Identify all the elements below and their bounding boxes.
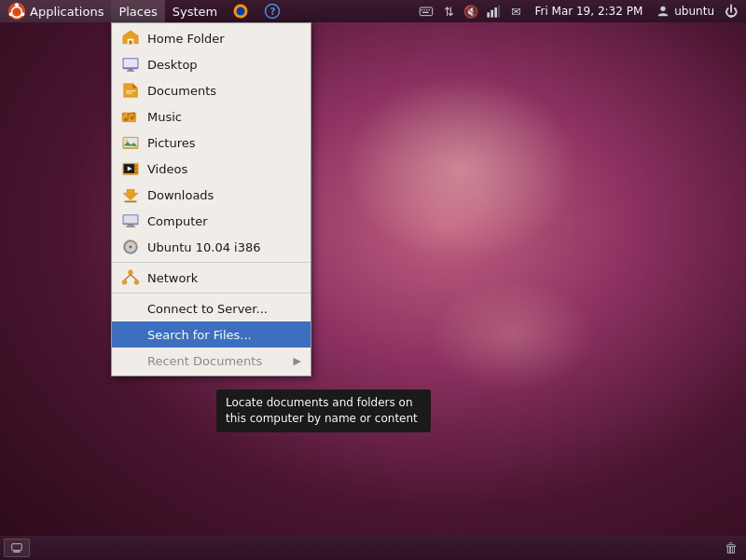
places-dropdown-menu: Home Folder Desktop Documents	[111, 22, 311, 376]
home-folder-label: Home Folder	[147, 32, 225, 46]
connect-server-label: Connect to Server...	[147, 302, 268, 316]
svg-point-28	[124, 117, 128, 121]
search-files-icon	[121, 325, 140, 344]
power-button[interactable]: ⏻	[722, 2, 740, 20]
svg-rect-23	[127, 71, 134, 72]
documents-label: Documents	[147, 84, 216, 98]
downloads-label: Downloads	[147, 188, 214, 202]
home-folder-icon	[121, 29, 140, 48]
svg-line-55	[131, 275, 137, 280]
network-panel-icon	[484, 2, 503, 20]
svg-rect-26	[126, 92, 132, 93]
svg-text:?: ?	[270, 6, 276, 17]
svg-point-29	[131, 116, 134, 120]
menu-item-downloads[interactable]: Downloads	[112, 182, 311, 208]
svg-rect-9	[421, 9, 422, 10]
ubuntu-disc-label: Ubuntu 10.04 i386	[147, 240, 261, 254]
menu-item-videos[interactable]: Videos	[112, 156, 311, 182]
documents-icon	[121, 81, 140, 100]
menu-item-computer[interactable]: Computer	[112, 208, 311, 234]
svg-point-52	[122, 280, 127, 284]
panel-right: ⇅ 🔇 ✉ Fri Mar 19, 2:32 PM ubuntu ⏻	[411, 0, 746, 22]
menu-item-network[interactable]: Network	[112, 265, 311, 291]
videos-label: Videos	[147, 162, 187, 176]
svg-point-1	[15, 3, 19, 7]
svg-rect-17	[499, 5, 500, 17]
places-menu-button[interactable]: Places	[111, 0, 164, 22]
top-panel: Applications Places System ?	[0, 0, 746, 22]
trash-icon[interactable]: 🗑	[720, 537, 742, 559]
bottom-panel: 🗑	[0, 536, 746, 560]
svg-rect-20	[129, 40, 131, 44]
svg-rect-13	[422, 12, 429, 13]
disc-icon	[121, 238, 140, 256]
svg-rect-10	[424, 9, 425, 10]
network-menu-icon	[121, 268, 140, 287]
username-label: ubuntu	[674, 5, 714, 18]
recent-docs-label: Recent Documents	[147, 354, 262, 368]
downloads-icon	[121, 185, 140, 204]
help-button[interactable]: ?	[256, 0, 288, 22]
svg-rect-46	[126, 226, 135, 227]
recent-docs-icon	[121, 351, 140, 370]
system-label: System	[173, 5, 217, 19]
show-desktop-icon	[10, 541, 23, 554]
applications-label: Applications	[30, 5, 104, 19]
svg-rect-45	[128, 225, 134, 226]
bottom-right-panel: 🗑	[720, 537, 742, 559]
network-label: Network	[147, 271, 198, 285]
svg-rect-12	[429, 9, 430, 10]
menu-item-home-folder[interactable]: Home Folder	[112, 25, 311, 51]
music-label: Music	[147, 110, 182, 124]
firefox-button[interactable]	[225, 0, 256, 22]
mail-icon[interactable]: ✉	[506, 2, 525, 20]
svg-point-18	[661, 7, 666, 11]
computer-icon	[121, 212, 140, 230]
svg-rect-8	[421, 7, 433, 16]
menu-item-music[interactable]: Music	[112, 103, 311, 130]
svg-rect-39	[134, 165, 137, 167]
search-files-label: Search for Files...	[147, 328, 252, 342]
svg-line-54	[124, 275, 131, 280]
panel-left: Applications Places System ?	[0, 0, 288, 22]
menu-item-search-files[interactable]: Search for Files...	[112, 321, 311, 348]
svg-rect-57	[14, 552, 21, 553]
svg-rect-11	[426, 9, 427, 10]
show-desktop-button[interactable]	[4, 539, 30, 557]
svg-rect-40	[134, 168, 137, 170]
network-bars-icon	[486, 4, 501, 19]
keyboard-layout-icon	[419, 4, 434, 19]
menu-item-pictures[interactable]: Pictures	[112, 130, 311, 156]
sound-icon[interactable]: 🔇	[462, 2, 480, 20]
user-menu-button[interactable]: ubuntu	[652, 4, 718, 19]
pictures-icon	[121, 133, 140, 152]
menu-item-documents[interactable]: Documents	[112, 77, 311, 103]
keyboard-icon	[417, 2, 435, 20]
places-label: Places	[118, 5, 157, 19]
system-menu-button[interactable]: System	[165, 0, 225, 22]
computer-label: Computer	[147, 214, 208, 228]
svg-point-5	[237, 7, 245, 16]
submenu-arrow: ▶	[294, 355, 301, 367]
applications-menu-button[interactable]: Applications	[0, 0, 111, 22]
separator-2	[112, 293, 311, 294]
svg-rect-41	[134, 171, 137, 172]
music-icon	[121, 107, 140, 126]
menu-item-connect-server[interactable]: Connect to Server...	[112, 295, 311, 321]
help-icon: ?	[264, 3, 281, 20]
menu-item-ubuntu-disc[interactable]: Ubuntu 10.04 i386	[112, 234, 311, 260]
svg-rect-56	[12, 544, 22, 551]
svg-rect-30	[128, 115, 129, 119]
datetime-display[interactable]: Fri Mar 19, 2:32 PM	[529, 5, 648, 18]
menu-item-recent-docs[interactable]: Recent Documents ▶	[112, 348, 311, 374]
svg-rect-16	[495, 7, 498, 18]
svg-rect-44	[124, 215, 138, 223]
svg-rect-24	[124, 59, 138, 67]
ubuntu-logo-icon	[7, 2, 26, 20]
connect-server-icon	[121, 299, 140, 318]
pictures-label: Pictures	[147, 136, 195, 150]
svg-point-53	[134, 280, 139, 284]
menu-item-desktop[interactable]: Desktop	[112, 51, 311, 77]
svg-rect-15	[491, 10, 494, 18]
desktop-icon	[121, 55, 140, 74]
